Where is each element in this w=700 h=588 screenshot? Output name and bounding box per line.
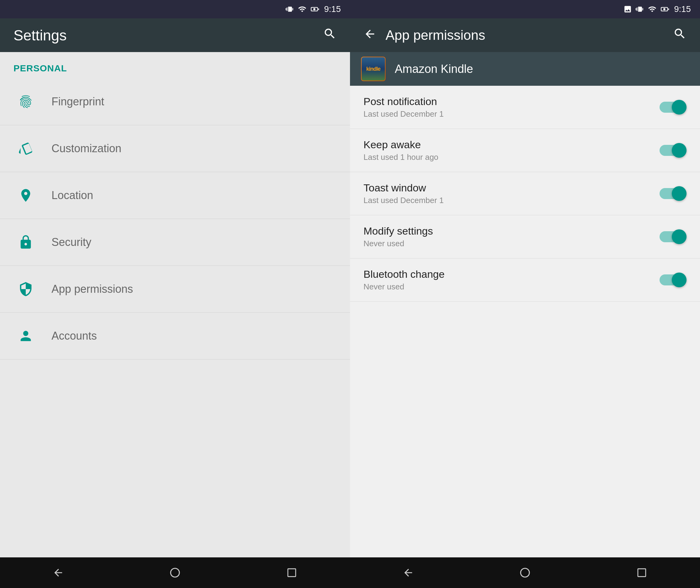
app-permissions-icon	[13, 277, 38, 301]
permission-name-toast-window: Toast window	[364, 182, 660, 194]
svg-rect-9	[638, 569, 646, 577]
left-header: Settings	[0, 18, 350, 52]
kindle-text: kindle	[366, 66, 380, 72]
permission-info-modify-settings: Modify settings Never used	[364, 225, 660, 248]
permission-last-used-post-notification: Last used December 1	[364, 109, 660, 119]
settings-item-app-permissions[interactable]: App permissions	[0, 266, 350, 313]
fingerprint-label: Fingerprint	[51, 95, 104, 108]
permission-info-toast-window: Toast window Last used December 1	[364, 182, 660, 205]
settings-item-fingerprint[interactable]: Fingerprint	[0, 78, 350, 125]
permission-name-keep-awake: Keep awake	[364, 139, 660, 151]
permission-last-used-bluetooth-change: Never used	[364, 282, 660, 292]
permission-last-used-modify-settings: Never used	[364, 239, 660, 248]
left-status-bar: 9:15	[0, 0, 350, 18]
svg-point-7	[663, 8, 665, 10]
customization-label: Customization	[51, 142, 121, 155]
right-home-button[interactable]	[516, 563, 534, 582]
permission-item-modify-settings: Modify settings Never used	[350, 215, 700, 258]
location-icon	[13, 183, 38, 208]
kindle-icon: kindle	[361, 57, 386, 81]
right-vibrate-icon	[636, 5, 644, 13]
left-panel: 9:15 Settings Personal Fingerprint	[0, 0, 350, 588]
right-nav-bar	[350, 557, 700, 588]
right-header-left: App permissions	[364, 28, 485, 43]
battery-icon	[310, 5, 320, 13]
permission-item-keep-awake: Keep awake Last used 1 hour ago	[350, 129, 700, 172]
permission-name-post-notification: Post notification	[364, 96, 660, 107]
security-icon	[13, 230, 38, 254]
app-name: Amazon Kindle	[395, 62, 473, 76]
right-battery-icon	[660, 5, 670, 13]
permission-last-used-toast-window: Last used December 1	[364, 196, 660, 205]
customization-icon	[13, 136, 38, 161]
left-nav-bar	[0, 557, 350, 588]
personal-section-header: Personal	[0, 52, 350, 78]
app-bar: kindle Amazon Kindle	[350, 52, 700, 86]
right-recents-button[interactable]	[633, 563, 651, 582]
permission-last-used-keep-awake: Last used 1 hour ago	[364, 153, 660, 162]
permission-item-post-notification: Post notification Last used December 1	[350, 86, 700, 129]
fingerprint-icon	[13, 89, 38, 114]
settings-item-location[interactable]: Location	[0, 172, 350, 219]
permission-info-bluetooth-change: Bluetooth change Never used	[364, 268, 660, 292]
signal-icon	[298, 5, 306, 13]
toggle-keep-awake[interactable]	[660, 143, 687, 158]
right-status-icons	[623, 5, 670, 13]
toggle-modify-settings[interactable]	[660, 229, 687, 244]
toggle-knob-keep-awake	[672, 143, 687, 158]
back-button[interactable]	[364, 28, 377, 43]
permission-name-modify-settings: Modify settings	[364, 225, 660, 237]
image-icon	[623, 5, 632, 13]
left-recents-button[interactable]	[282, 563, 301, 582]
accounts-icon	[13, 324, 38, 348]
toggle-knob-toast-window	[672, 186, 687, 201]
permission-item-toast-window: Toast window Last used December 1	[350, 172, 700, 215]
toggle-toast-window[interactable]	[660, 186, 687, 201]
right-header: App permissions	[350, 18, 700, 52]
toggle-knob-post-notification	[672, 100, 687, 115]
toggle-bluetooth-change[interactable]	[660, 273, 687, 287]
left-status-time: 9:15	[324, 4, 341, 14]
permission-name-bluetooth-change: Bluetooth change	[364, 268, 660, 280]
personal-section-title: Personal	[13, 63, 67, 73]
right-back-button[interactable]	[399, 563, 418, 582]
left-content: Personal Fingerprint Customization	[0, 52, 350, 557]
left-status-icons	[286, 5, 320, 13]
left-home-button[interactable]	[166, 563, 184, 582]
settings-item-customization[interactable]: Customization	[0, 125, 350, 172]
right-search-button[interactable]	[673, 27, 687, 43]
toggle-knob-modify-settings	[672, 229, 687, 244]
svg-point-2	[313, 8, 315, 10]
permission-item-bluetooth-change: Bluetooth change Never used	[350, 258, 700, 302]
left-title: Settings	[13, 27, 66, 44]
toggle-post-notification[interactable]	[660, 100, 687, 115]
permissions-list: Post notification Last used December 1 K…	[350, 86, 700, 557]
svg-point-8	[521, 568, 530, 577]
settings-item-security[interactable]: Security	[0, 219, 350, 266]
left-search-button[interactable]	[323, 27, 336, 43]
vibrate-icon	[286, 5, 294, 13]
svg-rect-4	[288, 569, 296, 577]
right-panel: 9:15 App permissions kindle Amazon Kindl…	[350, 0, 700, 588]
settings-item-accounts[interactable]: Accounts	[0, 313, 350, 360]
svg-point-3	[171, 568, 180, 577]
right-status-time: 9:15	[674, 4, 691, 14]
security-label: Security	[51, 236, 91, 249]
right-title: App permissions	[386, 28, 485, 43]
kindle-icon-inner: kindle	[362, 57, 385, 81]
location-label: Location	[51, 189, 93, 202]
permission-info-post-notification: Post notification Last used December 1	[364, 96, 660, 119]
toggle-knob-bluetooth-change	[672, 273, 687, 287]
right-status-bar: 9:15	[350, 0, 700, 18]
permission-info-keep-awake: Keep awake Last used 1 hour ago	[364, 139, 660, 162]
app-permissions-label: App permissions	[51, 283, 133, 296]
left-back-button[interactable]	[49, 563, 67, 582]
accounts-label: Accounts	[51, 330, 97, 342]
right-signal-icon	[648, 5, 657, 13]
